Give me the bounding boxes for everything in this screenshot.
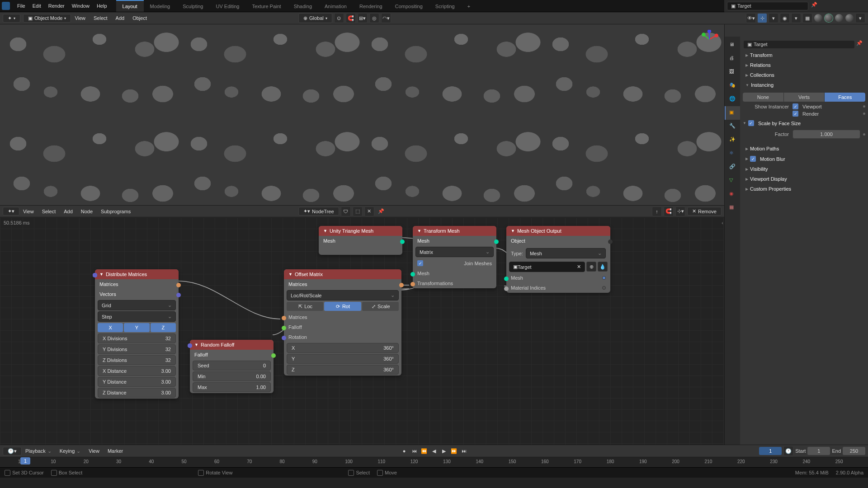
snap-to-dropdown[interactable]: ⊞▾: [358, 13, 368, 23]
3d-viewport[interactable]: [0, 24, 724, 205]
tab-world[interactable]: 🌐: [725, 93, 740, 106]
instancing-faces[interactable]: Faces: [825, 93, 865, 102]
play-reverse-icon[interactable]: ◀: [429, 447, 439, 455]
tl-playback[interactable]: Playback: [22, 447, 55, 455]
panel-pin-icon[interactable]: 📌: [856, 40, 864, 48]
instancing-verts[interactable]: Verts: [784, 93, 825, 102]
max-field[interactable]: Max1.00: [193, 382, 271, 392]
visibility-icon[interactable]: 👁▾: [746, 13, 756, 23]
tab-texture[interactable]: ▦: [725, 201, 740, 215]
seed-field[interactable]: Seed0: [193, 361, 271, 371]
breadcrumb-object[interactable]: ▣Target: [744, 41, 854, 48]
end-frame-field[interactable]: 250: [843, 447, 865, 455]
snap-node-type-icon[interactable]: ⊹▾: [675, 206, 685, 216]
node-offset-matrix[interactable]: ▼Offset Matrix Matrices Loc/Rot/Scale ⇱L…: [284, 269, 401, 375]
panel-transform[interactable]: ▶Transform: [743, 50, 865, 60]
dist-mode1-dropdown[interactable]: Grid: [98, 300, 176, 310]
offset-loc-toggle[interactable]: ⇱Loc: [287, 302, 323, 311]
autokey-icon[interactable]: ●: [400, 447, 409, 455]
snap-icon[interactable]: 🧲: [346, 13, 356, 23]
rot-y-field[interactable]: Y360°: [287, 354, 399, 364]
wireframe-shading-icon[interactable]: [814, 14, 822, 22]
node-random-falloff[interactable]: ▼Random Falloff Falloff Seed0 Min0.00 Ma…: [190, 340, 274, 393]
xray-icon[interactable]: ▦: [802, 13, 812, 23]
workspace-tab-shading[interactable]: Shading: [288, 0, 318, 12]
jump-start-icon[interactable]: ⏮: [410, 447, 419, 455]
menu-window[interactable]: Window: [68, 1, 93, 10]
tab-object[interactable]: ▣: [725, 106, 740, 120]
panel-motion-paths[interactable]: ▶Motion Paths: [743, 144, 865, 154]
playhead[interactable]: 1: [20, 457, 30, 465]
sidebar-toggle-icon[interactable]: ‹: [722, 220, 723, 225]
panel-instancing[interactable]: ▼Instancing: [743, 80, 865, 90]
nh-view[interactable]: View: [19, 207, 38, 216]
workspace-tab-scripting[interactable]: Scripting: [429, 0, 461, 12]
menu-help[interactable]: Help: [93, 1, 111, 10]
timeline-ruler[interactable]: 1102030405060708090100110120130140150160…: [0, 457, 868, 467]
tab-output[interactable]: 🖨: [725, 52, 740, 66]
overlay-dropdown[interactable]: ▾: [791, 13, 801, 23]
x-distance-field[interactable]: X Distance3.00: [98, 366, 176, 376]
shading-dropdown[interactable]: ▾: [855, 13, 865, 23]
tab-render[interactable]: 🖥: [725, 38, 740, 52]
menu-file[interactable]: File: [14, 1, 29, 10]
workspace-tab-sculpting[interactable]: Sculpting: [176, 0, 209, 12]
add-workspace-button[interactable]: +: [461, 0, 476, 12]
proportional-icon[interactable]: ◎: [369, 13, 379, 23]
hdr-object[interactable]: Object: [129, 14, 151, 22]
panel-motion-blur[interactable]: ▶✓Motion Blur: [743, 154, 865, 164]
nh-node[interactable]: Node: [77, 207, 96, 216]
shield-icon[interactable]: 🛡: [341, 206, 351, 216]
nh-select[interactable]: Select: [38, 207, 60, 216]
workspace-tab-compositing[interactable]: Compositing: [389, 0, 429, 12]
keyframe-next-icon[interactable]: ⏩: [449, 447, 458, 455]
axis-y[interactable]: Y: [124, 323, 149, 332]
moo-target-field[interactable]: ▣ Target ✕: [509, 262, 585, 272]
offset-mode-dropdown[interactable]: Loc/Rot/Scale: [287, 290, 399, 300]
dist-mode2-dropdown[interactable]: Step: [98, 311, 176, 322]
rot-z-field[interactable]: Z360°: [287, 365, 399, 375]
node-editor-canvas[interactable]: 50.5186 ms ‹ ▼Distribute Matrices Matric…: [0, 217, 724, 445]
rendered-shading-icon[interactable]: [845, 14, 854, 22]
workspace-tab-layout[interactable]: Layout: [116, 0, 144, 12]
tab-particles[interactable]: ✨: [725, 133, 740, 147]
factor-field[interactable]: 1.000: [793, 130, 860, 139]
workspace-tab-uv-editing[interactable]: UV Editing: [209, 0, 245, 12]
nav-gizmo-icon[interactable]: [700, 30, 719, 49]
panel-relations[interactable]: ▶Relations: [743, 60, 865, 70]
axis-z[interactable]: Z: [151, 323, 176, 332]
orientation-dropdown[interactable]: ⊕ Global ▾: [298, 13, 332, 23]
nh-subprograms[interactable]: Subprograms: [97, 207, 134, 216]
offset-rot-toggle[interactable]: ⟳Rot: [324, 302, 361, 311]
play-icon[interactable]: ▶: [439, 447, 448, 455]
solid-shading-icon[interactable]: [825, 14, 833, 22]
proportional-type-dropdown[interactable]: ◠▾: [381, 13, 391, 23]
instancing-none[interactable]: None: [743, 93, 783, 102]
panel-collections[interactable]: ▶Collections: [743, 70, 865, 80]
pin-icon[interactable]: 📌: [376, 206, 386, 216]
gizmo-dropdown[interactable]: ▾: [769, 13, 778, 23]
tl-marker[interactable]: Marker: [104, 447, 127, 455]
editor-type-dropdown[interactable]: ✦▾: [3, 14, 20, 23]
y-distance-field[interactable]: Y Distance3.00: [98, 377, 176, 387]
node-editor-type-dropdown[interactable]: ✦▾: [3, 207, 19, 216]
current-frame-field[interactable]: 1: [759, 447, 782, 455]
start-frame-field[interactable]: 1: [807, 447, 830, 455]
moo-type-dropdown[interactable]: Mesh: [526, 248, 606, 258]
node-distribute-matrices[interactable]: ▼Distribute Matrices Matrices Vectors Gr…: [95, 269, 179, 399]
x-divisions-field[interactable]: X Divisions32: [98, 333, 176, 343]
moo-eyedropper-icon[interactable]: 💧: [598, 262, 608, 272]
workspace-tab-texture-paint[interactable]: Texture Paint: [245, 0, 287, 12]
tab-modifiers[interactable]: 🔧: [725, 120, 740, 133]
z-distance-field[interactable]: Z Distance3.00: [98, 388, 176, 398]
keyframe-prev-icon[interactable]: ⏪: [420, 447, 429, 455]
fake-user-icon[interactable]: ⬚: [353, 206, 363, 216]
workspace-tab-modeling[interactable]: Modeling: [144, 0, 177, 12]
timeline-editor-dropdown[interactable]: 🕐▾: [3, 447, 22, 455]
node-mesh-object-output[interactable]: ▼Mesh Object Output Object Type: Mesh ▣ …: [506, 226, 610, 293]
nodetree-selector[interactable]: ✦▾ NodeTree: [298, 207, 339, 216]
jump-end-icon[interactable]: ⏭: [459, 447, 468, 455]
panel-scale-by-face[interactable]: ▼✓Scale by Face Size: [743, 118, 865, 128]
tm-mode-dropdown[interactable]: Matrix: [415, 247, 494, 257]
tl-view[interactable]: View: [85, 447, 103, 455]
